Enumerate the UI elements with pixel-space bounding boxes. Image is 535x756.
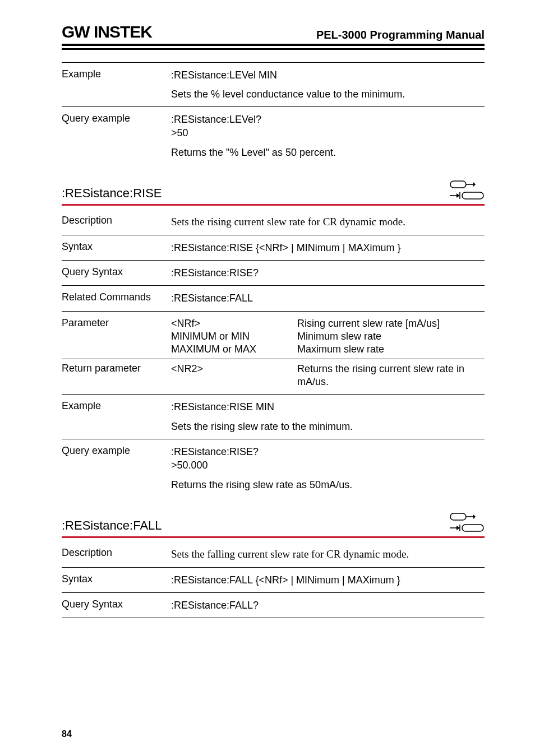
param-row-desc: Maximum slew rate (297, 343, 485, 356)
related-commands-label: Related Commands (62, 291, 171, 303)
set-query-icons (450, 179, 485, 201)
svg-rect-7 (450, 513, 466, 520)
return-param-label: Return parameter (62, 363, 171, 389)
page-title: PEL-3000 Programming Manual (316, 29, 485, 41)
example-description: Sets the rising slew rate to the minimum… (171, 420, 485, 433)
param-row-value: MINIMUM or MIN (171, 330, 297, 343)
page-number: 84 (62, 729, 72, 739)
query-description: Returns the "% Level" as 50 percent. (171, 146, 485, 159)
svg-marker-9 (473, 514, 476, 519)
example-command: :RESistance:LEVel MIN (171, 68, 485, 82)
description-label: Description (62, 215, 171, 226)
return-param-desc: Returns the rising current slew rate in … (297, 363, 485, 389)
description-text: Sets the falling current slew rate for C… (171, 547, 485, 562)
svg-rect-6 (462, 192, 483, 199)
description-label: Description (62, 547, 171, 559)
param-row-desc: Minimum slew rate (297, 330, 485, 343)
query-syntax-label: Query Syntax (62, 599, 171, 610)
query-syntax-label: Query Syntax (62, 266, 171, 278)
param-row-value: <NRf> (171, 317, 297, 330)
param-row-value: MAXIMUM or MAX (171, 343, 297, 356)
set-icon (450, 512, 476, 522)
query-icon (450, 191, 485, 201)
syntax-text: :RESistance:FALL {<NRf> | MINimum | MAXi… (171, 573, 485, 587)
svg-marker-4 (456, 193, 460, 198)
description-text: Sets the rising current slew rate for CR… (171, 215, 485, 229)
param-row-desc: Rising current slew rate [mA/us] (297, 317, 485, 330)
related-commands-text: :RESistance:FALL (171, 291, 485, 305)
return-param-value: <NR2> (171, 363, 297, 389)
query-description: Returns the rising slew rate as 50mA/us. (171, 478, 485, 491)
query-response: >50 (171, 126, 485, 140)
example-label: Example (62, 400, 171, 412)
query-syntax-text: :RESistance:RISE? (171, 266, 485, 280)
example-command: :RESistance:RISE MIN (171, 400, 485, 414)
section-heading-fall: :RESistance:FALL (62, 518, 162, 533)
query-command: :RESistance:LEVel? (171, 113, 485, 126)
query-response: >50.000 (171, 458, 485, 472)
svg-rect-13 (462, 525, 483, 531)
query-icon (450, 523, 485, 533)
syntax-label: Syntax (62, 573, 171, 585)
syntax-text: :RESistance:RISE {<NRf> | MINimum | MAXi… (171, 241, 485, 254)
example-description: Sets the % level conductance value to th… (171, 87, 485, 101)
set-query-icons (450, 512, 485, 533)
query-example-label: Query example (62, 113, 171, 124)
query-example-label: Query example (62, 445, 171, 457)
svg-marker-2 (473, 182, 476, 187)
example-label: Example (62, 68, 171, 80)
syntax-label: Syntax (62, 241, 171, 253)
svg-marker-11 (456, 526, 460, 530)
set-icon (450, 179, 476, 189)
parameter-label: Parameter (62, 317, 171, 330)
query-syntax-text: :RESistance:FALL? (171, 599, 485, 612)
query-command: :RESistance:RISE? (171, 445, 485, 458)
section-heading-rise: :RESistance:RISE (62, 186, 162, 201)
svg-rect-0 (450, 181, 466, 188)
brand-logo: GW INSTEK (62, 22, 152, 41)
